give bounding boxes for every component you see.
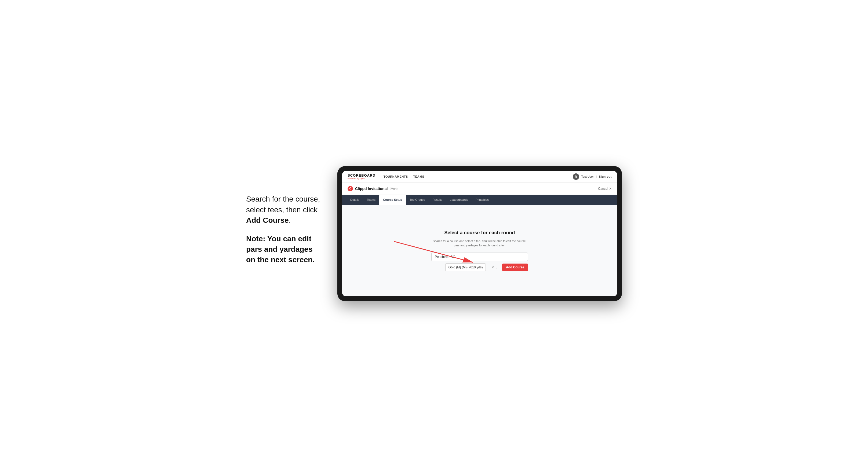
tab-details[interactable]: Details — [346, 195, 363, 205]
logo-sub: Powered by clippd — [348, 178, 375, 180]
logo-area: SCOREBOARD Powered by clippd TOURNAMENTS… — [348, 174, 424, 180]
tab-course-setup[interactable]: Course Setup — [379, 195, 406, 205]
tab-nav: Details Teams Course Setup Tee Groups Re… — [342, 195, 617, 205]
annotation-main-text: Search for the course, select tees, then… — [246, 195, 320, 214]
user-name: Test User — [581, 175, 594, 178]
user-avatar: R — [573, 174, 579, 180]
sign-out-link[interactable]: Sign out — [599, 175, 612, 178]
clear-tee-button[interactable]: ✕ — [491, 266, 494, 269]
tee-select[interactable]: Gold (M) (M) (7010 yds) — [445, 263, 486, 271]
annotation-period: . — [289, 216, 291, 224]
tournament-icon: C — [348, 186, 353, 191]
course-select-container: Select a course for each round Search fo… — [431, 230, 528, 271]
add-course-button[interactable]: Add Course — [502, 263, 528, 271]
annotation-note: Note: You can edit pars and yardages on … — [246, 235, 315, 264]
nav-link-teams[interactable]: TEAMS — [413, 175, 424, 178]
tournament-badge: (Men) — [390, 187, 398, 190]
logo: SCOREBOARD Powered by clippd — [348, 174, 375, 180]
tab-tee-groups[interactable]: Tee Groups — [406, 195, 429, 205]
tournament-header: C Clippd Invitational (Men) Cancel ✕ — [342, 183, 617, 195]
tee-select-row: Gold (M) (M) (7010 yds) ✕ Add Course — [431, 263, 528, 271]
tournament-title-area: C Clippd Invitational (Men) — [348, 186, 398, 191]
tournament-title: Clippd Invitational — [355, 187, 388, 191]
annotation-block: Search for the course, select tees, then… — [246, 194, 321, 273]
top-nav-right: R Test User | Sign out — [573, 174, 612, 180]
top-nav: SCOREBOARD Powered by clippd TOURNAMENTS… — [342, 171, 617, 183]
tab-teams[interactable]: Teams — [363, 195, 379, 205]
course-search-input[interactable] — [431, 253, 528, 261]
nav-separator: | — [596, 175, 597, 178]
tablet-screen: SCOREBOARD Powered by clippd TOURNAMENTS… — [342, 171, 617, 296]
annotation-bold: Add Course — [246, 216, 289, 224]
main-content: Select a course for each round Search fo… — [342, 205, 617, 296]
course-select-title: Select a course for each round — [431, 230, 528, 236]
tab-leaderboards[interactable]: Leaderboards — [446, 195, 472, 205]
course-select-desc: Search for a course and select a tee. Yo… — [431, 239, 528, 248]
cancel-button[interactable]: Cancel ✕ — [598, 187, 612, 191]
tab-printables[interactable]: Printables — [472, 195, 493, 205]
top-nav-links: TOURNAMENTS TEAMS — [383, 175, 424, 178]
tablet-frame: SCOREBOARD Powered by clippd TOURNAMENTS… — [337, 166, 622, 301]
logo-title: SCOREBOARD — [348, 174, 375, 178]
tee-select-wrapper: Gold (M) (M) (7010 yds) ✕ — [431, 263, 500, 271]
nav-link-tournaments[interactable]: TOURNAMENTS — [383, 175, 408, 178]
tab-results[interactable]: Results — [429, 195, 446, 205]
